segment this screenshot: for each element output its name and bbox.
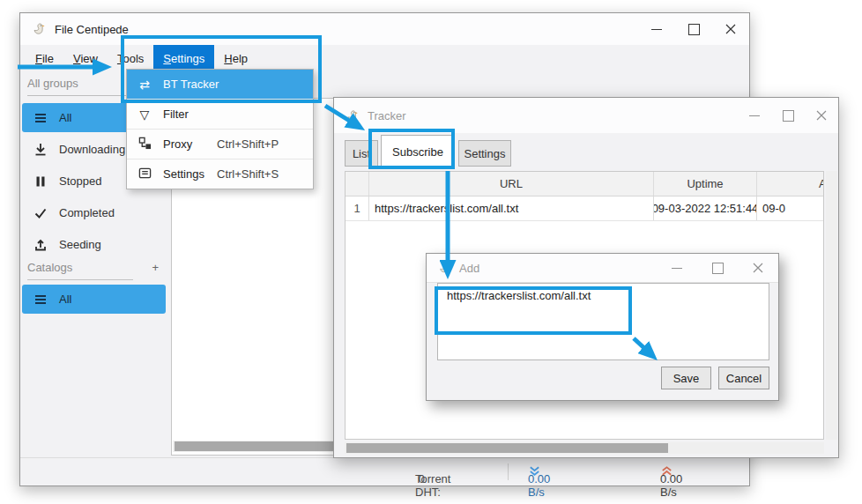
check-icon [33, 206, 48, 220]
catalogs-header: Catalogs + [27, 261, 164, 274]
bt-tracker-icon: ⇄ [137, 78, 152, 92]
table-header-row: URL Uptime A [346, 172, 823, 196]
close-icon[interactable] [738, 255, 778, 282]
download-speed: 0.00 B/s [528, 465, 541, 478]
settings-icon [137, 167, 152, 182]
tab-list[interactable]: List [345, 140, 378, 167]
minimize-icon[interactable] [738, 98, 771, 133]
maximize-icon[interactable] [697, 255, 738, 282]
row-number: 1 [346, 196, 369, 220]
sidebar-item-seeding[interactable]: Seeding [22, 230, 166, 259]
vertical-scrollbar-track[interactable] [826, 171, 837, 440]
app-duck-icon [31, 21, 47, 37]
settings-dropdown-menu: ⇄ BT Tracker ▽ Filter Proxy Ctrl+Shift+P… [126, 69, 314, 189]
pause-icon [33, 174, 48, 189]
minimize-icon[interactable] [657, 255, 697, 282]
upload-speed: 0.00 B/s [660, 465, 673, 478]
menu-view[interactable]: View [63, 45, 108, 71]
row-extra: 09-0 [757, 196, 824, 220]
app-duck-icon [437, 261, 451, 275]
menuitem-proxy[interactable]: Proxy Ctrl+Shift+P [127, 129, 313, 159]
menuitem-bt-tracker[interactable]: ⇄ BT Tracker [127, 70, 313, 99]
main-window-title: File Centipede [55, 23, 129, 36]
row-url: https://trackerslist.com/all.txt [369, 196, 654, 220]
cancel-button[interactable]: Cancel [718, 367, 769, 389]
minimize-icon[interactable] [638, 13, 675, 45]
sidebar-catalog-all[interactable]: All [22, 285, 166, 314]
upload-icon [33, 238, 48, 252]
menu-file[interactable]: File [26, 45, 63, 71]
screenshot-canvas: File Centipede File View Tools Settings … [0, 0, 862, 504]
row-uptime: 09-03-2022 12:51:44 [654, 196, 757, 220]
settings-shortcut: Ctrl+Shift+S [217, 167, 279, 181]
catalogs-divider [27, 279, 133, 280]
proxy-shortcut: Ctrl+Shift+P [217, 137, 279, 151]
filter-icon: ▽ [137, 107, 152, 122]
header-url[interactable]: URL [369, 172, 654, 196]
tracker-titlebar: Tracker [334, 98, 838, 133]
add-catalog-button[interactable]: + [152, 261, 159, 274]
sidebar-item-completed[interactable]: Completed [22, 198, 166, 227]
horizontal-scrollbar[interactable] [345, 442, 824, 454]
maximize-icon[interactable] [771, 98, 805, 133]
close-icon[interactable] [712, 13, 749, 45]
maximize-icon[interactable] [675, 13, 712, 45]
menu-help[interactable]: Help [214, 45, 257, 71]
menu-icon [33, 111, 48, 125]
catalogs-label: Catalogs [27, 261, 72, 274]
add-dialog: Add https://trackerslist.com/all.txt Sav… [426, 253, 779, 401]
header-uptime[interactable]: Uptime [654, 172, 757, 196]
statusbar-separator [508, 463, 509, 480]
tab-settings[interactable]: Settings [458, 140, 511, 167]
menuitem-settings[interactable]: Settings Ctrl+Shift+S [127, 159, 313, 189]
menu-icon [33, 293, 48, 307]
group-selector[interactable]: All groups [27, 77, 78, 90]
table-row[interactable]: 1 https://trackerslist.com/all.txt 09-03… [346, 196, 823, 221]
app-duck-icon [345, 108, 360, 123]
save-button[interactable]: Save [661, 367, 711, 389]
add-dialog-title: Add [459, 262, 479, 275]
dht-status: Torrent DHT: 0 [415, 465, 419, 478]
tracker-url-input[interactable]: https://trackerslist.com/all.txt [437, 283, 769, 360]
statusbar: Torrent DHT: 0 0.00 B/s 0.00 B/s [20, 457, 749, 485]
header-row-number[interactable] [346, 172, 369, 196]
tracker-window-title: Tracker [368, 109, 406, 122]
close-icon[interactable] [805, 98, 838, 133]
dht-count: 0 [419, 472, 425, 485]
tab-subscribe[interactable]: Subscribe [381, 135, 455, 167]
menubar: File View Tools Settings Help [20, 45, 257, 71]
menu-settings[interactable]: Settings [153, 45, 214, 71]
menuitem-filter[interactable]: ▽ Filter [127, 99, 313, 129]
proxy-icon [137, 137, 152, 152]
scrollbar-thumb[interactable] [346, 443, 668, 453]
menu-tools[interactable]: Tools [108, 45, 153, 71]
add-titlebar: Add [427, 254, 778, 283]
header-extra[interactable]: A [757, 172, 824, 196]
download-icon [33, 143, 48, 157]
main-titlebar: File Centipede [20, 13, 749, 45]
